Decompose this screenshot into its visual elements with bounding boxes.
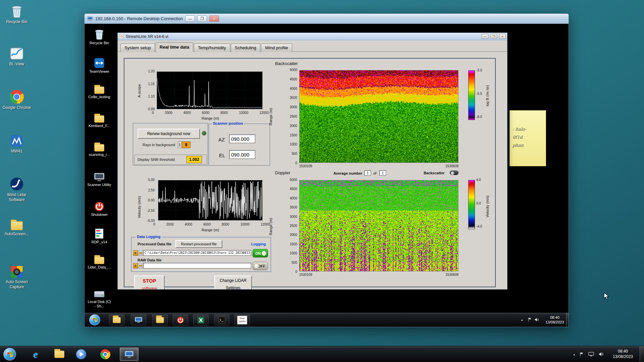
- desktop-icon-wind-lidar[interactable]: Wind Lidar Software: [2, 177, 32, 202]
- processed-path-field[interactable]: C:\Lidar\Data\Proc\2023\202308\20230813\…: [143, 250, 251, 256]
- stop-sublabel: software: [142, 286, 157, 290]
- remote-icon-cville-testing[interactable]: Cville_testing: [87, 86, 111, 99]
- remote-taskbar-scan-scheduler[interactable]: Scan sched: [234, 314, 250, 325]
- average-number-field[interactable]: 1: [364, 170, 371, 176]
- windows-flag-icon: [93, 318, 97, 322]
- desktop-icon-label: AutoScreen...: [5, 232, 29, 237]
- raw-path-field[interactable]: [143, 263, 251, 268]
- tick-label: 6000: [202, 111, 209, 115]
- raw-logging-toggle[interactable]: OFF: [253, 262, 268, 270]
- tick-label: 1500: [290, 242, 297, 246]
- remote-taskbar-explorer[interactable]: [109, 314, 124, 325]
- tab-system-setup[interactable]: System setup: [120, 44, 155, 52]
- velocity-plot: [158, 180, 263, 221]
- minimize-button[interactable]: —: [185, 15, 195, 22]
- processed-path-row: C C:\Lidar\Data\Proc\2023\202308\2023081…: [133, 250, 251, 256]
- processed-data-file-label: Processed Data file: [138, 242, 172, 246]
- tab-scheduling[interactable]: Scheduling: [231, 44, 260, 52]
- change-lidar-settings-button[interactable]: Change LiDAR Settings: [214, 276, 252, 290]
- app-titlebar[interactable]: StreamLine XR v14-6.vi — ❐ ×: [118, 33, 507, 40]
- drive-select[interactable]: C: [133, 250, 138, 256]
- maximize-button[interactable]: ❐: [490, 34, 497, 39]
- taskbar-explorer[interactable]: [50, 348, 69, 361]
- remote-show-desktop-button[interactable]: [566, 313, 569, 327]
- tick-label: 0.00: [148, 198, 155, 202]
- remote-taskbar-folder[interactable]: [152, 314, 168, 325]
- average-of-field[interactable]: 1: [379, 170, 386, 176]
- taskbar-internet-explorer[interactable]: e: [26, 348, 45, 361]
- renew-background-button[interactable]: Renew background now: [138, 129, 200, 139]
- tray-expand-icon[interactable]: ▴: [573, 353, 575, 356]
- remote-taskbar-shutdown[interactable]: [173, 314, 188, 325]
- doppler-backscatter-toggle[interactable]: [450, 171, 459, 175]
- ascope-y-ticks: 1.201.151.100.99: [142, 69, 155, 111]
- remote-icon-teamviewer[interactable]: TeamViewer: [87, 58, 111, 74]
- restart-processed-file-button[interactable]: Restart processed file: [175, 240, 222, 248]
- tick-label: 0.99: [148, 107, 155, 111]
- folder-icon: [94, 144, 104, 152]
- remote-icon-rdp-v14[interactable]: RDP_v14: [87, 228, 111, 244]
- rays-value[interactable]: 8: [182, 141, 191, 148]
- remote-clock[interactable]: 08:40 13/08/2023: [543, 313, 566, 327]
- remote-icon-lidar-data[interactable]: Lidar_Data_...: [87, 257, 111, 269]
- desktop-icon-auto-screen-capture[interactable]: Auto Screen Capture: [2, 265, 32, 290]
- tab-real-time-data[interactable]: Real time data: [156, 42, 193, 52]
- tab-temp-humidity[interactable]: Temp/humidity: [194, 44, 230, 52]
- maximize-button[interactable]: ❐: [197, 15, 207, 22]
- browse-icon[interactable]: [138, 263, 143, 268]
- taskbar-remote-desktop[interactable]: [120, 348, 139, 361]
- ascope-x-axis-label: Range (m): [190, 116, 230, 120]
- stop-software-button[interactable]: STOP software: [134, 276, 165, 290]
- az-label: AZ: [218, 137, 225, 142]
- show-desktop-button[interactable]: [640, 346, 644, 362]
- close-button[interactable]: ×: [499, 34, 506, 39]
- action-center-flag-icon[interactable]: [580, 352, 584, 357]
- remote-icon-scanner-utility[interactable]: Scanner Utility: [87, 173, 111, 187]
- tick-label: 500: [291, 152, 297, 156]
- remote-icon-recycle-bin[interactable]: Recycle Bin: [87, 28, 111, 45]
- processed-logging-toggle[interactable]: ON: [253, 249, 268, 257]
- el-field[interactable]: 090.000: [229, 150, 255, 159]
- desktop-icon-google-chrome[interactable]: Google Chrome: [2, 90, 32, 110]
- labview-vi-icon: [119, 34, 124, 39]
- browse-icon[interactable]: [138, 250, 143, 256]
- drive-select[interactable]: C: [133, 263, 138, 268]
- ie-icon: e: [33, 349, 38, 360]
- remote-start-button[interactable]: [89, 314, 100, 325]
- remote-icon-kentland[interactable]: Kentland_F...: [87, 115, 111, 128]
- desktop-icon-bl-view[interactable]: BL-View: [2, 47, 32, 67]
- host-clock[interactable]: 08:40 13/08/2023: [608, 346, 638, 362]
- tab-wind-profile[interactable]: Wind profile: [261, 44, 292, 52]
- volume-icon[interactable]: [599, 352, 604, 356]
- desktop-icon-label: MW41: [11, 149, 23, 154]
- remote-icon-shutdown[interactable]: Shutdown: [87, 201, 111, 217]
- desktop-icon-mw41[interactable]: MW41: [2, 135, 32, 154]
- remote-taskbar-terminal[interactable]: [214, 314, 229, 325]
- renew-status-led[interactable]: [202, 131, 206, 135]
- close-button[interactable]: ×: [209, 15, 219, 22]
- action-center-flag-icon[interactable]: [528, 317, 532, 322]
- desktop-icon-autoscreen[interactable]: AutoScreen...: [2, 221, 32, 237]
- tray-expand-icon[interactable]: ▴: [521, 318, 523, 321]
- tab-strip: System setup Real time data Temp/humidit…: [120, 42, 293, 52]
- start-button[interactable]: [3, 348, 16, 361]
- rdp-titlebar[interactable]: 192.168.0.150 - Remote Desktop Connectio…: [85, 14, 569, 24]
- remote-icon-local-disk[interactable]: Local Disk (C) - Sh...: [87, 290, 111, 308]
- remote-icon-scanning[interactable]: scanning_r...: [87, 144, 111, 157]
- tick-label: -4.0: [476, 225, 482, 228]
- media-player-icon: [76, 349, 86, 359]
- network-icon[interactable]: [588, 352, 594, 357]
- volume-icon[interactable]: [535, 318, 539, 321]
- snr-threshold-value[interactable]: 1.002: [186, 156, 202, 163]
- folder-icon: [94, 257, 104, 264]
- sticky-note: : halo- 0f1d phan: [509, 110, 546, 166]
- rays-spinner[interactable]: ▲▼: [178, 141, 181, 148]
- remote-taskbar-spreadsheet[interactable]: [193, 314, 209, 325]
- remote-taskbar-app-window[interactable]: [131, 314, 146, 325]
- az-field[interactable]: 090.000: [229, 134, 255, 143]
- desktop-icon-recycle-bin[interactable]: Recycle Bin: [2, 4, 32, 24]
- remote-icon-label: Scanner Utility: [88, 183, 111, 187]
- minimize-button[interactable]: —: [482, 34, 488, 39]
- taskbar-chrome[interactable]: [96, 348, 115, 361]
- taskbar-media-player[interactable]: [72, 348, 91, 361]
